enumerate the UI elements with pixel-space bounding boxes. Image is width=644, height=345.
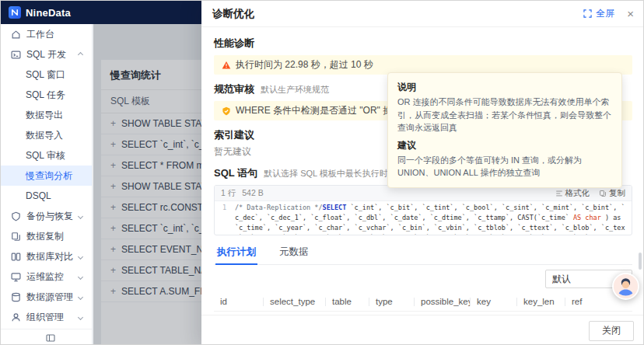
- drawer-title: 诊断优化: [212, 7, 254, 21]
- chevron-down-icon: [78, 253, 83, 259]
- close-button[interactable]: 关闭: [589, 321, 634, 341]
- fullscreen-icon: [583, 9, 592, 18]
- index-advice-section-title: 索引建议: [214, 128, 254, 142]
- tooltip-advice-heading: 建议: [397, 139, 612, 152]
- shield-icon: [222, 106, 231, 116]
- sidebar-item-data-replication[interactable]: 数据复制: [1, 226, 92, 246]
- support-avatar[interactable]: [612, 273, 639, 300]
- sidebar-item-slow-query-analysis[interactable]: 慢查询分析: [1, 166, 92, 186]
- scrollbar-thumb[interactable]: [639, 253, 642, 270]
- compare-icon: [11, 252, 21, 262]
- chevron-down-icon: [78, 294, 83, 299]
- sidebar-item-dsql[interactable]: DSQL: [1, 186, 92, 206]
- app-root: NineData 工作台 SQL 开发 SQL 窗口 SQL 任务 数据导出 数…: [0, 0, 644, 345]
- drawer-footer: 关闭: [201, 315, 644, 345]
- col-key: key: [471, 293, 517, 312]
- format-icon: [555, 190, 563, 197]
- warning-text: 执行时间为 22.98 秒，超过 10 秒: [236, 58, 373, 71]
- plan-table-header: id select_type table type possible_keys …: [214, 293, 632, 312]
- sidebar-item-data-export[interactable]: 数据导出: [1, 105, 92, 125]
- sidebar-item-sql-review[interactable]: SQL 审核: [1, 145, 92, 166]
- format-button[interactable]: 格式化: [555, 188, 590, 199]
- close-icon[interactable]: ×: [627, 8, 634, 19]
- execution-plan-table: id select_type table type possible_keys …: [214, 293, 632, 315]
- avatar-person-icon: [614, 274, 638, 298]
- datasource-icon: [11, 292, 21, 302]
- chevron-down-icon: [78, 314, 83, 319]
- sql-dev-icon: [11, 50, 21, 60]
- tab-execution-plan[interactable]: 执行计划: [215, 242, 257, 265]
- sidebar-item-database-compare[interactable]: 数据库对比: [1, 246, 92, 267]
- col-possible-keys: possible_keys: [415, 293, 471, 312]
- review-section-subtitle: 默认生产环境规范: [261, 84, 329, 96]
- drawer-header: 诊断优化 全屏 ×: [201, 1, 644, 27]
- ninedata-logo-icon: [9, 6, 21, 19]
- col-select-type: select_type: [264, 293, 326, 312]
- collapse-sidebar-icon[interactable]: [46, 333, 55, 343]
- review-section-title: 规范审核: [214, 82, 254, 96]
- copy-button[interactable]: 复制: [599, 188, 625, 199]
- plan-tabs: 执行计划 元数据: [214, 242, 632, 265]
- sql-editor[interactable]: 1 /* Data-Replication */SELECT `c_int`, …: [215, 201, 632, 235]
- tooltip-advice-body: 同一个字段的多个等值可转为 IN 查询，或分解为 UNION、UNION ALL…: [397, 154, 612, 179]
- plan-select-value: 默认: [552, 273, 571, 286]
- sidebar-item-workbench[interactable]: 工作台: [1, 24, 92, 44]
- col-id: id: [214, 293, 264, 312]
- monitor-icon: [11, 272, 21, 282]
- sidebar-item-datasource-management[interactable]: 数据源管理: [1, 287, 92, 307]
- sidebar: 工作台 SQL 开发 SQL 窗口 SQL 任务 数据导出 数据导入 SQL 审…: [1, 24, 93, 345]
- tooltip-desc-body: OR 连接的不同条件可能导致数据库无法有效使用单个索引，从而变成全表扫描；若某个…: [397, 96, 612, 134]
- sidebar-footer: [1, 329, 92, 345]
- sidebar-item-label: SQL 开发: [26, 48, 66, 61]
- workbench-icon: [11, 30, 21, 40]
- tab-metadata[interactable]: 元数据: [278, 242, 310, 264]
- performance-section-title: 性能诊断: [214, 37, 632, 51]
- code-toolbar: 1 行 542 B 格式化 复制: [215, 186, 632, 201]
- sidebar-item-ops-monitoring[interactable]: 运维监控: [1, 267, 92, 287]
- sidebar-item-label: 工作台: [26, 28, 54, 41]
- col-table: table: [326, 293, 369, 312]
- code-line-count: 1 行: [221, 188, 236, 199]
- code-size: 542 B: [242, 188, 263, 199]
- sidebar-item-data-import[interactable]: 数据导入: [1, 125, 92, 145]
- sidebar-item-sql-task[interactable]: SQL 任务: [1, 85, 92, 105]
- ninedata-logo[interactable]: NineData: [9, 6, 71, 19]
- copy-icon: [599, 190, 607, 197]
- chevron-up-icon: [78, 51, 83, 57]
- col-type: type: [369, 293, 415, 312]
- drawer-backdrop[interactable]: [93, 24, 201, 345]
- chevron-down-icon: [78, 274, 83, 279]
- rule-tooltip: 说明 OR 连接的不同条件可能导致数据库无法有效使用单个索引，从而变成全表扫描；…: [387, 72, 622, 188]
- fullscreen-button[interactable]: 全屏: [583, 7, 614, 20]
- tooltip-desc-heading: 说明: [397, 81, 612, 94]
- sql-code-block: 1 行 542 B 格式化 复制: [214, 185, 632, 235]
- chevron-down-icon: [78, 213, 83, 218]
- warning-icon: [222, 61, 231, 70]
- sidebar-item-sql-dev[interactable]: SQL 开发: [1, 44, 92, 64]
- org-icon: [11, 312, 21, 322]
- sidebar-item-org-management[interactable]: 组织管理: [1, 307, 92, 327]
- sidebar-item-sql-window[interactable]: SQL 窗口: [1, 64, 92, 85]
- backup-icon: [11, 211, 21, 221]
- sql-code-text: /* Data-Replication */SELECT `c_int`, `c…: [230, 203, 632, 233]
- line-number: 1: [215, 203, 230, 233]
- brand-name: NineData: [26, 7, 71, 19]
- sidebar-item-backup-restore[interactable]: 备份与恢复: [1, 206, 92, 226]
- col-key-len: key_len: [517, 293, 565, 312]
- sql-section-title: SQL 语句: [214, 166, 257, 180]
- replication-icon: [11, 232, 21, 242]
